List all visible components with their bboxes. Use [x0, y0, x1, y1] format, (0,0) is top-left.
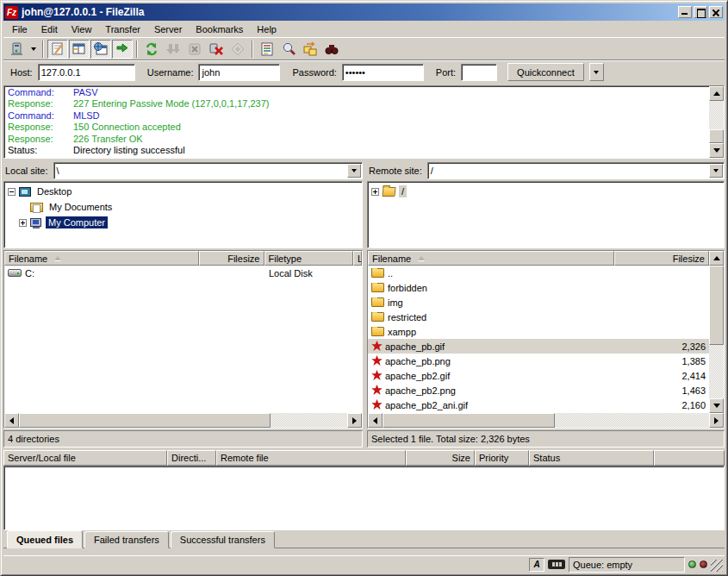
- column-header-filesize[interactable]: Filesize: [199, 251, 264, 266]
- column-header-empty: [654, 450, 725, 466]
- remote-list-row[interactable]: xampp: [368, 324, 709, 339]
- column-header-server-local-file[interactable]: Server/Local file: [3, 450, 167, 466]
- scroll-right-button[interactable]: [709, 413, 724, 428]
- port-input[interactable]: [461, 64, 497, 81]
- remote-list-row[interactable]: apache_pb2.gif 2,414: [368, 368, 709, 383]
- data-type-indicator-icon[interactable]: A: [529, 558, 544, 572]
- toggle-message-log-button[interactable]: [47, 40, 68, 59]
- local-tree: Desktop My Documents My Computer: [3, 181, 363, 248]
- log-vertical-scrollbar[interactable]: [709, 86, 724, 158]
- remote-list-row[interactable]: ..: [368, 266, 709, 280]
- scrollbar-thumb[interactable]: [709, 129, 724, 143]
- menu-bookmarks[interactable]: Bookmarks: [189, 22, 250, 36]
- log-label: Command:: [8, 87, 73, 98]
- remote-list-row[interactable]: apache_pb.png 1,385: [368, 354, 709, 368]
- expand-icon[interactable]: [371, 188, 379, 196]
- scroll-left-button[interactable]: [4, 413, 19, 428]
- remote-site-label: Remote site:: [367, 166, 427, 176]
- toggle-local-tree-button[interactable]: [69, 40, 90, 59]
- remote-site-value: /: [428, 166, 708, 176]
- queue-body[interactable]: [3, 466, 725, 530]
- column-header-status[interactable]: Status: [529, 450, 654, 466]
- username-input[interactable]: [198, 64, 280, 81]
- tree-item-desktop[interactable]: Desktop: [8, 184, 362, 199]
- tab-queued-files[interactable]: Queued files: [7, 530, 83, 548]
- toggle-transfer-queue-button[interactable]: [112, 40, 133, 59]
- window-title: john@127.0.0.1 - FileZilla: [22, 6, 678, 18]
- filter-button[interactable]: [257, 40, 277, 59]
- log-text: 150 Connection accepted: [73, 122, 181, 133]
- scrollbar-thumb[interactable]: [709, 266, 724, 345]
- disconnect-button[interactable]: [206, 40, 227, 59]
- column-header-remote-file[interactable]: Remote file: [216, 450, 406, 466]
- toggle-remote-tree-button[interactable]: [90, 40, 111, 59]
- minimize-button[interactable]: [678, 6, 692, 18]
- column-header-priority[interactable]: Priority: [475, 450, 529, 466]
- host-input[interactable]: [38, 64, 135, 81]
- column-header-size[interactable]: Size: [406, 450, 475, 466]
- column-header-filename[interactable]: Filename: [4, 251, 199, 266]
- remote-list-row[interactable]: forbidden: [368, 280, 709, 295]
- synchronized-browsing-button[interactable]: [300, 40, 320, 59]
- password-input[interactable]: [342, 64, 424, 81]
- log-label: Command:: [8, 110, 73, 122]
- log-text: MLSD: [73, 110, 100, 122]
- site-manager-dropdown[interactable]: [28, 40, 39, 59]
- status-bar: A Queue: empty: [3, 555, 725, 573]
- tab-successful-transfers[interactable]: Successful transfers: [171, 531, 275, 548]
- local-horizontal-scrollbar[interactable]: [4, 413, 362, 428]
- menu-server[interactable]: Server: [147, 22, 189, 36]
- column-header-filename[interactable]: Filename: [368, 251, 614, 266]
- remote-list-row[interactable]: img: [368, 295, 709, 310]
- column-header-filesize[interactable]: Filesize: [614, 251, 709, 266]
- tree-item-root[interactable]: /: [371, 184, 724, 199]
- column-header-filetype[interactable]: Filetype: [264, 251, 354, 266]
- scrollbar-thumb[interactable]: [19, 413, 271, 428]
- menu-file[interactable]: File: [5, 22, 34, 36]
- menu-view[interactable]: View: [65, 22, 99, 36]
- scroll-up-button[interactable]: [709, 86, 724, 101]
- remote-vertical-scrollbar[interactable]: [709, 251, 724, 413]
- speed-limits-icon[interactable]: [548, 560, 565, 569]
- scroll-down-button[interactable]: [709, 398, 724, 413]
- tree-item-my-documents[interactable]: My Documents: [8, 199, 362, 215]
- directory-comparison-button[interactable]: [321, 40, 342, 59]
- resize-grip[interactable]: [711, 560, 723, 572]
- reconnect-button: [227, 40, 248, 59]
- menu-transfer[interactable]: Transfer: [98, 22, 147, 36]
- menu-help[interactable]: Help: [250, 22, 283, 36]
- tree-item-my-computer[interactable]: My Computer: [8, 215, 362, 230]
- site-manager-button[interactable]: [7, 40, 28, 59]
- remote-horizontal-scrollbar[interactable]: [368, 413, 724, 428]
- scrollbar-thumb[interactable]: [383, 413, 555, 428]
- combo-dropdown-icon[interactable]: [709, 164, 723, 178]
- column-header-lastmodified[interactable]: L: [353, 251, 362, 266]
- toolbar-separator: [42, 41, 44, 58]
- remote-site-combobox[interactable]: /: [427, 162, 725, 179]
- scroll-down-button[interactable]: [709, 143, 724, 158]
- refresh-button[interactable]: [141, 40, 162, 59]
- quickconnect-dropdown[interactable]: [589, 63, 604, 81]
- close-button[interactable]: [709, 6, 723, 18]
- local-list-row-c-drive[interactable]: C: Local Disk: [4, 266, 362, 280]
- remote-list-row[interactable]: apache_pb2_ani.gif 2,160: [368, 398, 709, 412]
- remote-list-row[interactable]: restricted: [368, 310, 709, 324]
- scroll-left-button[interactable]: [368, 413, 383, 428]
- queue-status-panel: Queue: empty: [569, 557, 685, 573]
- collapse-icon[interactable]: [8, 188, 16, 196]
- scroll-right-button[interactable]: [347, 413, 362, 428]
- tab-failed-transfers[interactable]: Failed transfers: [84, 531, 169, 548]
- column-header-direction[interactable]: Directi...: [167, 450, 216, 466]
- expand-icon[interactable]: [19, 219, 27, 227]
- remote-tree: /: [367, 181, 725, 248]
- local-site-combobox[interactable]: \: [53, 162, 363, 179]
- menu-edit[interactable]: Edit: [34, 22, 65, 36]
- quickconnect-button[interactable]: Quickconnect: [507, 63, 584, 81]
- remote-list-row-selected[interactable]: apache_pb.gif 2,326: [368, 339, 709, 354]
- combo-dropdown-icon[interactable]: [347, 164, 361, 178]
- main-split: Local site: \ Desktop My Documents: [3, 161, 725, 448]
- file-search-button[interactable]: [278, 40, 299, 59]
- maximize-button[interactable]: [694, 6, 707, 18]
- remote-list-row[interactable]: apache_pb2.png 1,463: [368, 383, 709, 398]
- scroll-up-button[interactable]: [709, 251, 724, 266]
